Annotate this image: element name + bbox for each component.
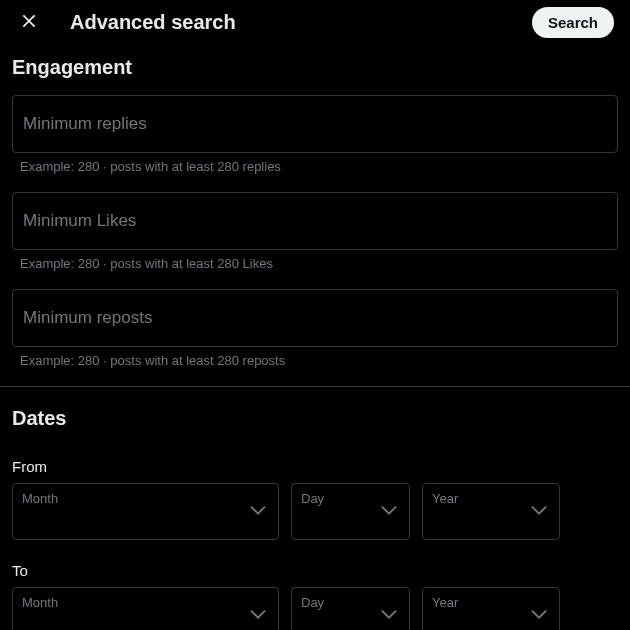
to-day-select[interactable] [291, 587, 410, 630]
dates-heading: Dates [12, 407, 618, 430]
to-year-select[interactable] [422, 587, 560, 630]
min-replies-input[interactable] [12, 95, 618, 153]
min-reposts-input[interactable] [12, 289, 618, 347]
close-icon [19, 11, 39, 34]
from-label: From [12, 458, 618, 475]
min-replies-hint: Example: 280 · posts with at least 280 r… [12, 159, 618, 174]
close-button[interactable] [12, 5, 46, 39]
from-day-select[interactable] [291, 483, 410, 540]
min-reposts-hint: Example: 280 · posts with at least 280 r… [12, 353, 618, 368]
search-button[interactable]: Search [532, 7, 614, 38]
section-divider [0, 386, 630, 387]
page-title: Advanced search [70, 11, 532, 34]
to-month-select[interactable] [12, 587, 279, 630]
to-label: To [12, 562, 618, 579]
min-likes-hint: Example: 280 · posts with at least 280 L… [12, 256, 618, 271]
from-year-select[interactable] [422, 483, 560, 540]
engagement-heading: Engagement [12, 56, 618, 79]
from-month-select[interactable] [12, 483, 279, 540]
min-likes-input[interactable] [12, 192, 618, 250]
